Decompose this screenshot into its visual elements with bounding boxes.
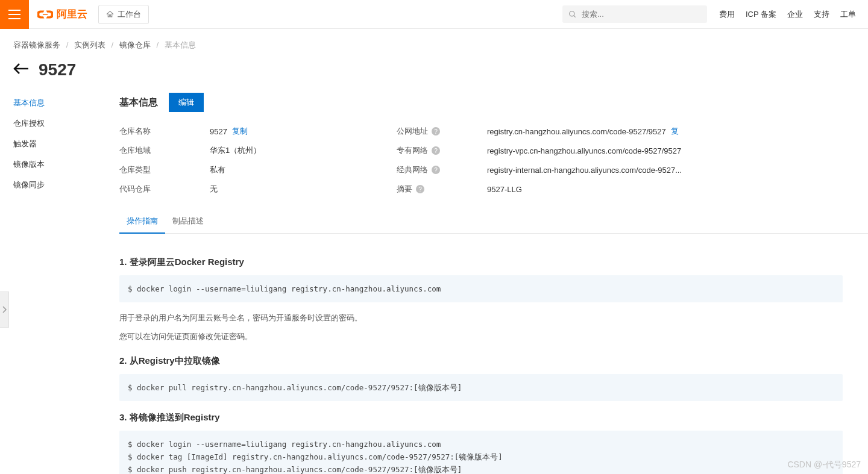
breadcrumb: 容器镜像服务 / 实例列表 / 镜像仓库 / 基本信息 (0, 29, 868, 57)
kv-value: 私有 (210, 164, 225, 175)
kv-value: registry-internal.cn-hangzhou.aliyuncs.c… (487, 166, 682, 175)
chevron-right-icon (2, 306, 7, 313)
sidebar: 基本信息 仓库授权 触发器 镜像版本 镜像同步 (0, 93, 107, 474)
tab-desc[interactable]: 制品描述 (165, 210, 211, 233)
sidebar-item-trigger[interactable]: 触发器 (13, 134, 94, 154)
sidebar-item-versions[interactable]: 镜像版本 (13, 154, 94, 175)
help-icon[interactable]: ? (432, 127, 440, 136)
crumb-2[interactable]: 镜像仓库 (119, 40, 151, 49)
help-icon[interactable]: ? (432, 166, 440, 174)
nav-support[interactable]: 支持 (814, 9, 829, 20)
crumb-1[interactable]: 实例列表 (74, 40, 105, 49)
watermark: CSDN @-代号9527 (787, 460, 861, 470)
guide-h-1: 1. 登录阿里云Docker Registry (119, 257, 843, 268)
code-block-1: $ docker login --username=liuligang regi… (119, 275, 843, 302)
kv-value: 9527 (210, 127, 227, 136)
copy-link[interactable]: 复制 (232, 126, 248, 137)
help-icon[interactable]: ? (416, 185, 424, 193)
copy-link[interactable]: 复 (671, 126, 679, 137)
kv-value: 9527-LLG (487, 185, 522, 194)
page-title: 9527 (39, 60, 76, 80)
nav-ticket[interactable]: 工单 (840, 9, 856, 20)
search-icon (568, 10, 577, 19)
nav-enterprise[interactable]: 企业 (787, 9, 803, 20)
guide-body: 1. 登录阿里云Docker Registry $ docker login -… (119, 234, 843, 474)
brand-logo[interactable]: 阿里云 (37, 7, 87, 22)
code-block-2: $ docker pull registry.cn-hangzhou.aliyu… (119, 374, 843, 401)
kv-label: 公网地址? (397, 126, 487, 137)
hamburger-icon (8, 10, 20, 19)
kv-label: 仓库地域 (119, 145, 210, 156)
nav-icp[interactable]: ICP 备案 (746, 9, 776, 20)
help-icon[interactable]: ? (432, 146, 440, 155)
kv-right-col: 公网地址?registry.cn-hangzhou.aliyuncs.com/c… (397, 122, 868, 199)
crumb-0[interactable]: 容器镜像服务 (13, 40, 60, 49)
page-title-row: 9527 (0, 57, 868, 93)
brand-text: 阿里云 (57, 7, 87, 21)
tabs: 操作指南 制品描述 (119, 210, 868, 234)
kv-label: 仓库类型 (119, 164, 210, 175)
section-title: 基本信息 (119, 96, 158, 109)
nav-fee[interactable]: 费用 (719, 9, 735, 20)
sidebar-item-sync[interactable]: 镜像同步 (13, 175, 94, 195)
back-arrow-icon[interactable] (13, 62, 29, 78)
kv-value: 华东1（杭州） (210, 145, 261, 156)
kv-label: 经典网络? (397, 164, 487, 175)
guide-h-3: 3. 将镜像推送到Registry (119, 412, 843, 423)
home-icon (106, 10, 114, 18)
search-input[interactable] (582, 10, 701, 19)
drawer-peek-button[interactable] (0, 292, 9, 328)
main-content: 基本信息 编辑 仓库名称9527复制 仓库地域华东1（杭州） 仓库类型私有 代码… (107, 93, 868, 474)
workbench-button[interactable]: 工作台 (98, 5, 149, 24)
kv-left-col: 仓库名称9527复制 仓库地域华东1（杭州） 仓库类型私有 代码仓库无 (119, 122, 373, 199)
kv-value: registry-vpc.cn-hangzhou.aliyuncs.com/co… (487, 146, 681, 155)
kv-label: 仓库名称 (119, 126, 210, 137)
search-box[interactable] (562, 5, 707, 23)
aliyun-logo-icon (37, 7, 53, 22)
guide-p-1a: 用于登录的用户名为阿里云账号全名，密码为开通服务时设置的密码。 (119, 311, 843, 326)
svg-point-0 (570, 11, 574, 16)
top-header: 阿里云 工作台 费用 ICP 备案 企业 支持 工单 (0, 0, 868, 29)
sidebar-item-auth[interactable]: 仓库授权 (13, 113, 94, 134)
sidebar-item-basic[interactable]: 基本信息 (13, 93, 94, 113)
crumb-current: 基本信息 (165, 40, 196, 49)
kv-value: 无 (210, 184, 218, 195)
header-links: 费用 ICP 备案 企业 支持 工单 (707, 9, 868, 20)
tab-guide[interactable]: 操作指南 (119, 210, 165, 234)
kv-label: 代码仓库 (119, 184, 210, 195)
guide-h-2: 2. 从Registry中拉取镜像 (119, 355, 843, 367)
edit-button[interactable]: 编辑 (169, 93, 204, 112)
kv-value: registry.cn-hangzhou.aliyuncs.com/code-9… (487, 127, 666, 136)
kv-label: 摘要? (397, 184, 487, 195)
kv-label: 专有网络? (397, 145, 487, 156)
workbench-label: 工作台 (118, 9, 141, 20)
menu-toggle-button[interactable] (0, 0, 29, 29)
code-block-3: $ docker login --username=liuligang regi… (119, 431, 843, 474)
guide-p-1b: 您可以在访问凭证页面修改凭证密码。 (119, 329, 843, 345)
